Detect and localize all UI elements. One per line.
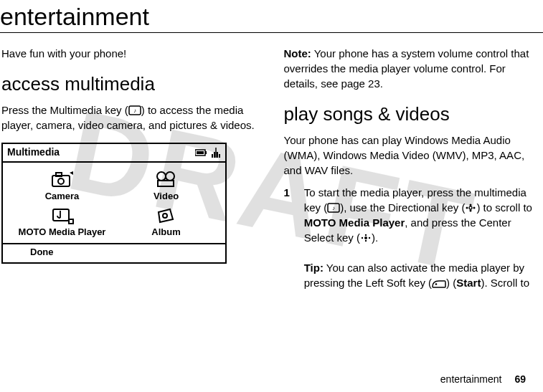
svg-text:♪: ♪	[332, 205, 335, 211]
camera-icon	[49, 170, 75, 190]
svg-rect-8	[217, 152, 218, 158]
album-icon	[156, 206, 177, 226]
svg-rect-16	[53, 209, 69, 221]
body-text-a: Press the Multimedia key (	[1, 104, 128, 116]
phone-screen: Multimedia Ca	[1, 143, 227, 263]
step-text-c: ) to scroll to	[476, 201, 532, 214]
play-songs-heading: play songs & videos	[284, 101, 542, 127]
menu-item-camera[interactable]: Camera	[10, 170, 114, 203]
tip-start: Start	[456, 277, 481, 289]
svg-point-26	[365, 234, 367, 236]
step-text-e: ).	[372, 231, 378, 244]
svg-rect-9	[219, 154, 220, 158]
menu-item-album[interactable]: Album	[114, 206, 218, 239]
note-text: Your phone has a system volume control t…	[284, 47, 529, 90]
svg-text:♪: ♪	[133, 107, 136, 114]
svg-point-30	[364, 236, 367, 239]
phone-title-text: Multimedia	[7, 145, 60, 160]
intro-text: Have fun with your phone!	[1, 46, 260, 61]
step-player-name: MOTO Media Player	[304, 216, 405, 229]
page-footer: entertainment 69	[440, 373, 526, 385]
svg-point-29	[365, 240, 367, 242]
svg-rect-4	[197, 151, 204, 154]
svg-rect-15	[158, 181, 174, 186]
battery-icon	[195, 148, 208, 157]
step-1: 1 To start the media player, press the m…	[284, 185, 542, 290]
multimedia-key-icon: ♪	[327, 201, 340, 214]
svg-point-24	[470, 210, 472, 212]
video-label: Video	[154, 190, 179, 203]
svg-point-28	[369, 237, 370, 239]
tip-text-b: ) (	[446, 277, 456, 289]
page-number: 69	[514, 373, 526, 385]
camera-label: Camera	[45, 190, 80, 203]
play-intro: Your phone has can play Windows Media Au…	[284, 133, 542, 178]
svg-rect-3	[205, 151, 207, 154]
left-soft-key-icon	[432, 277, 446, 289]
signal-icon	[211, 148, 221, 158]
footer-section: entertainment	[440, 373, 502, 385]
menu-item-video[interactable]: Video	[114, 170, 218, 203]
note-label: Note:	[284, 47, 311, 59]
svg-rect-7	[214, 152, 215, 158]
svg-point-12	[58, 178, 64, 184]
title-rule	[0, 32, 543, 33]
svg-point-27	[362, 237, 363, 239]
svg-rect-6	[212, 154, 213, 158]
svg-point-23	[473, 207, 476, 209]
svg-point-22	[466, 207, 468, 209]
page-title: entertainment	[0, 3, 543, 31]
multimedia-key-icon: ♪	[128, 104, 141, 116]
svg-rect-17	[69, 219, 73, 224]
svg-point-14	[166, 172, 174, 181]
media-player-icon	[50, 206, 75, 226]
step-number: 1	[284, 185, 301, 200]
tip-label: Tip:	[304, 262, 324, 274]
svg-point-21	[470, 204, 472, 206]
right-column: Note: Your phone has a system volume con…	[284, 46, 542, 290]
directional-key-icon	[465, 201, 476, 214]
svg-point-13	[157, 172, 166, 181]
menu-item-moto-media-player[interactable]: MOTO Media Player	[10, 206, 114, 239]
svg-point-18	[163, 214, 167, 218]
tip-text-c: ). Scroll to	[481, 277, 529, 289]
album-label: Album	[151, 226, 180, 239]
svg-point-25	[469, 206, 472, 209]
video-icon	[155, 170, 178, 190]
media-player-label: MOTO Media Player	[19, 226, 106, 239]
svg-point-31	[435, 284, 438, 286]
svg-rect-11	[56, 173, 62, 176]
access-multimedia-heading: access multimedia	[1, 71, 260, 97]
left-column: Have fun with your phone! access multime…	[1, 46, 260, 290]
note-paragraph: Note: Your phone has a system volume con…	[284, 46, 542, 91]
phone-titlebar: Multimedia	[3, 144, 225, 163]
select-key-icon	[360, 231, 372, 244]
phone-status-icons	[195, 148, 221, 158]
softkey-done[interactable]: Done	[3, 243, 225, 262]
access-multimedia-body: Press the Multimedia key (♪) to access t…	[1, 102, 260, 133]
step-text-b: ), use the Directional key (	[340, 201, 465, 214]
